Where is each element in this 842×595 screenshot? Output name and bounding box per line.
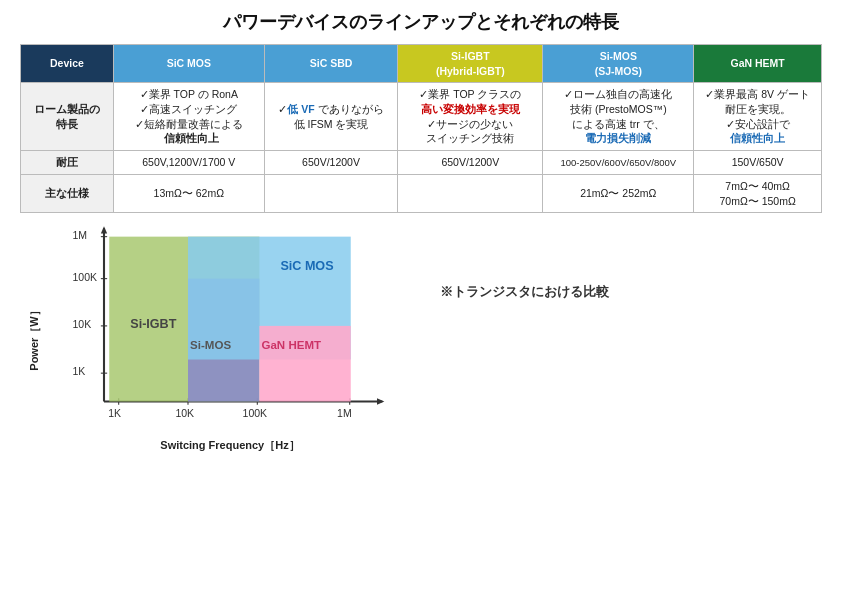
svg-marker-2	[101, 226, 107, 233]
col-header-si-mos: Si-MOS (SJ-MOS)	[543, 45, 694, 83]
svg-text:100K: 100K	[73, 271, 98, 283]
sic-mos-feature-text: 業界 TOP の RonA 高速スイッチング 短絡耐量改善による 信頼性向上	[135, 88, 243, 144]
svg-marker-3	[377, 399, 384, 405]
table-row-features: ローム製品の 特長 業界 TOP の RonA 高速スイッチング 短絡耐量改善に…	[21, 83, 822, 151]
feature-si-mos: ローム独自の高速化 技術 (PrestoMOS™) による高速 trr で、 電…	[543, 83, 694, 151]
feature-sic-mos: 業界 TOP の RonA 高速スイッチング 短絡耐量改善による 信頼性向上	[113, 83, 264, 151]
spec-si-igbt	[398, 174, 543, 212]
chart-label-sic-mos: SiC MOS	[280, 259, 333, 273]
col-header-si-igbt: Si-IGBT (Hybrid-IGBT)	[398, 45, 543, 83]
row-label-features: ローム製品の 特長	[21, 83, 114, 151]
svg-text:100K: 100K	[243, 407, 268, 419]
page-title: パワーデバイスのラインアップとそれぞれの特長	[20, 10, 822, 34]
svg-text:1K: 1K	[73, 365, 86, 377]
table-row-voltage: 耐圧 650V,1200V/1700 V 650V/1200V 650V/120…	[21, 151, 822, 175]
chart-label-si-igbt: Si-IGBT	[130, 317, 176, 331]
chart-svg: 1M 100K 10K 1K 1K 10K 100K 1M	[60, 223, 400, 433]
spec-si-mos: 21mΩ〜 252mΩ	[543, 174, 694, 212]
feature-si-igbt: 業界 TOP クラスの 高い変換効率を実現 サージの少ない スイッチング技術	[398, 83, 543, 151]
voltage-sic-mos: 650V,1200V/1700 V	[113, 151, 264, 175]
svg-text:1M: 1M	[337, 407, 352, 419]
spec-sic-mos: 13mΩ〜 62mΩ	[113, 174, 264, 212]
main-table: Device SiC MOS SiC SBD Si-IGBT (Hybrid-I…	[20, 44, 822, 213]
col-header-device: Device	[21, 45, 114, 83]
voltage-si-mos: 100-250V/600V/650V/800V	[543, 151, 694, 175]
svg-text:10K: 10K	[175, 407, 194, 419]
voltage-si-igbt: 650V/1200V	[398, 151, 543, 175]
spec-gan: 7mΩ〜 40mΩ 70mΩ〜 150mΩ	[694, 174, 822, 212]
spec-sic-sbd	[264, 174, 398, 212]
chart-label-si-mos: Si-MOS	[190, 339, 231, 351]
col-header-gan: GaN HEMT	[694, 45, 822, 83]
col-header-sic-mos: SiC MOS	[113, 45, 264, 83]
col-header-sic-sbd: SiC SBD	[264, 45, 398, 83]
chart-bar-gan-hemt	[259, 326, 350, 402]
voltage-gan: 150V/650V	[694, 151, 822, 175]
feature-gan: 業界最高 8V ゲート 耐圧を実現。 安心設計で 信頼性向上	[694, 83, 822, 151]
table-row-spec: 主な仕様 13mΩ〜 62mΩ 21mΩ〜 252mΩ 7mΩ〜 40mΩ 70…	[21, 174, 822, 212]
svg-text:10K: 10K	[73, 318, 92, 330]
chart-ylabel: Power［W］	[27, 305, 42, 370]
chart-area: Power［W］ 1M 100K 10K 1K 1K 10K 100K 1M	[20, 223, 822, 453]
svg-text:1K: 1K	[108, 407, 121, 419]
row-label-voltage: 耐圧	[21, 151, 114, 175]
chart-container: Power［W］ 1M 100K 10K 1K 1K 10K 100K 1M	[30, 223, 420, 453]
chart-note: ※トランジスタにおける比較	[440, 283, 609, 301]
row-label-spec: 主な仕様	[21, 174, 114, 212]
chart-label-gan: GaN HEMT	[262, 339, 322, 351]
feature-sic-sbd: 低 VF でありながら 低 IFSM を実現	[264, 83, 398, 151]
svg-text:1M: 1M	[73, 229, 88, 241]
voltage-sic-sbd: 650V/1200V	[264, 151, 398, 175]
chart-xlabel: Switcing Frequency［Hz］	[60, 438, 400, 453]
